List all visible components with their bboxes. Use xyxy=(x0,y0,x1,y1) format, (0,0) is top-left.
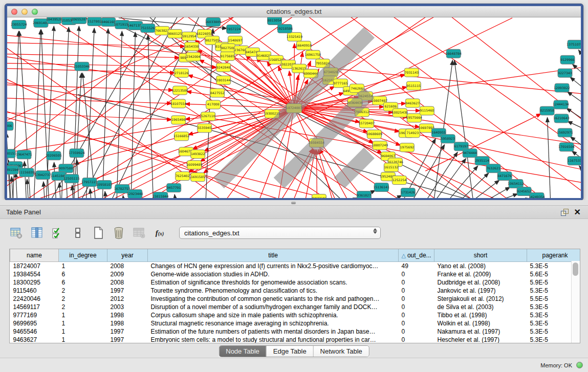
table-vertical-scrollbar[interactable] xyxy=(571,261,580,343)
table-cell[interactable]: Changes of HCN gene expression and I(f) … xyxy=(148,262,399,271)
table-cell[interactable]: 0 xyxy=(399,270,434,278)
table-row[interactable]: 1938455462009Genome-wide association stu… xyxy=(10,270,581,278)
new-table-icon[interactable] xyxy=(91,226,105,240)
table-cell[interactable]: 2008 xyxy=(107,262,148,271)
table-cell[interactable]: Nakamura et al. (1997) xyxy=(434,327,527,336)
table-cell[interactable]: Hescheler et al. (1997) xyxy=(434,336,527,343)
column-header-title[interactable]: title xyxy=(148,249,399,262)
column-header-name[interactable]: name xyxy=(10,249,59,262)
table-row[interactable]: 1830029562008Estimation of significance … xyxy=(10,278,581,287)
table-cell[interactable]: 9115460 xyxy=(10,287,59,295)
column-header-year[interactable]: year xyxy=(107,249,148,262)
table-cell[interactable]: 1997 xyxy=(107,336,148,343)
table-panel-title: Table Panel xyxy=(6,208,41,216)
row-height-icon[interactable] xyxy=(71,226,85,240)
table-row[interactable]: 946362711997Embryonic stem cells: a mode… xyxy=(10,336,581,343)
table-row[interactable]: 911546021997Tourette syndrome. Phenomeno… xyxy=(10,287,581,295)
table-cell[interactable]: Structural magnetic resonance image aver… xyxy=(148,319,399,327)
table-cell[interactable]: Embryonic stem cells: a model to study s… xyxy=(148,336,399,343)
show-columns-icon[interactable] xyxy=(30,226,44,240)
table-cell[interactable]: Investigating the contribution of common… xyxy=(148,295,399,303)
table-cell[interactable]: 22420046 xyxy=(10,295,59,303)
table-cell[interactable]: Stergiakouli et al. (2012) xyxy=(434,295,527,303)
table-cell[interactable]: 9777169 xyxy=(10,311,59,319)
table-cell[interactable]: 2008 xyxy=(107,278,148,287)
network-canvas[interactable]: 1872400776638229860125591295416543389890… xyxy=(7,17,581,198)
delete-icon[interactable] xyxy=(112,226,126,240)
table-cell[interactable]: 2 xyxy=(59,303,107,311)
table-cell[interactable]: 0 xyxy=(399,295,434,303)
table-row[interactable]: 946554611997Estimation of the future num… xyxy=(10,327,581,336)
table-cell[interactable]: 1 xyxy=(59,319,107,327)
table-cell[interactable]: Wolkin et al. (1998) xyxy=(434,319,527,327)
table-row[interactable]: 1872400712008Changes of HCN gene express… xyxy=(10,262,581,271)
table-options-icon[interactable] xyxy=(9,226,24,240)
table-cell[interactable]: 14569117 xyxy=(10,303,59,311)
table-cell[interactable]: 2012 xyxy=(107,295,148,303)
node-table-grid[interactable]: namein_degreeyeartitle△out_de...shortpag… xyxy=(10,249,580,343)
table-cell[interactable]: Genome-wide association studies in ADHD. xyxy=(148,270,399,278)
table-cell[interactable]: 6 xyxy=(59,270,107,278)
table-cell[interactable]: 2 xyxy=(59,287,107,295)
table-cell[interactable]: 1998 xyxy=(107,319,148,327)
column-header-pagerank[interactable]: pagerank xyxy=(527,249,581,262)
table-cell[interactable]: de Silva et al. (2003) xyxy=(434,303,527,311)
table-selector-dropdown[interactable]: citations_edges.txt xyxy=(179,227,381,239)
tab-edge-table[interactable]: Edge Table xyxy=(266,346,313,357)
table-cell[interactable]: 0 xyxy=(399,336,434,343)
table-cell[interactable]: 1 xyxy=(59,336,107,343)
table-row[interactable]: 1456911722003Disruption of a novel membe… xyxy=(10,303,581,311)
table-cell[interactable]: 0 xyxy=(399,327,434,336)
table-panel-titlebar: Table Panel ✕ xyxy=(0,206,588,219)
table-cell[interactable]: 9699695 xyxy=(10,319,59,327)
window-titlebar[interactable]: citations_edges.txt xyxy=(7,6,581,17)
table-cell[interactable]: 0 xyxy=(399,311,434,319)
table-cell[interactable]: 2 xyxy=(59,295,107,303)
table-cell[interactable]: 1997 xyxy=(107,287,148,295)
table-cell[interactable]: 1998 xyxy=(107,311,148,319)
column-header-out_de[interactable]: △out_de... xyxy=(399,249,434,262)
table-cell[interactable]: 2003 xyxy=(107,303,148,311)
table-cell[interactable]: Tourette syndrome. Phenomenology and cla… xyxy=(148,287,399,295)
table-cell[interactable]: 1 xyxy=(59,311,107,319)
scrollbar-thumb[interactable] xyxy=(573,262,578,276)
table-cell[interactable]: Corpus callosum shape and size in male p… xyxy=(148,311,399,319)
table-cell[interactable]: Estimation of the future numbers of pati… xyxy=(148,327,399,336)
table-cell[interactable]: Jankovic et al. (1997) xyxy=(434,287,527,295)
table-cell[interactable]: 1 xyxy=(59,327,107,336)
table-cell[interactable]: 0 xyxy=(399,287,434,295)
table-cell[interactable]: Franke et al. (2009) xyxy=(434,270,527,278)
table-cell[interactable]: 0 xyxy=(399,319,434,327)
table-cell[interactable]: Tibbo et al. (1998) xyxy=(434,311,527,319)
function-builder-icon[interactable]: f(x) xyxy=(153,226,167,240)
table-cell[interactable]: 1997 xyxy=(107,327,148,336)
window-resize-grip[interactable] xyxy=(7,17,581,198)
table-cell[interactable]: 1 xyxy=(59,262,107,271)
memory-ok-indicator[interactable] xyxy=(576,362,583,368)
table-cell[interactable]: 6 xyxy=(59,278,107,287)
table-cell[interactable]: Disruption of a novel member of a sodium… xyxy=(148,303,399,311)
table-cell[interactable]: Yano et al. (2008) xyxy=(434,262,527,271)
table-cell[interactable]: Estimation of significance thresholds fo… xyxy=(148,278,399,287)
tab-network-table[interactable]: Network Table xyxy=(313,346,369,357)
table-cell[interactable]: 0 xyxy=(399,303,434,311)
column-header-in_degree[interactable]: in_degree xyxy=(59,249,107,262)
tab-node-table[interactable]: Node Table xyxy=(219,346,266,357)
panel-divider-grip[interactable] xyxy=(291,202,296,204)
table-cell[interactable]: 9463627 xyxy=(10,336,59,343)
table-cell[interactable]: Dudbridge et al. (2008) xyxy=(434,278,527,287)
table-cell[interactable]: 2009 xyxy=(107,270,148,278)
table-cell[interactable]: 19384554 xyxy=(10,270,59,278)
table-row[interactable]: 2242004622012Investigating the contribut… xyxy=(10,295,581,303)
table-cell[interactable]: 49 xyxy=(399,262,434,271)
select-rows-icon[interactable] xyxy=(50,226,64,240)
table-row[interactable]: 969969511998Structural magnetic resonanc… xyxy=(10,319,581,327)
table-cell[interactable]: 18300295 xyxy=(10,278,59,287)
table-cell[interactable]: 18724007 xyxy=(10,262,59,271)
close-panel-icon[interactable]: ✕ xyxy=(574,209,581,216)
table-row[interactable]: 977716911998Corpus callosum shape and si… xyxy=(10,311,581,319)
table-cell[interactable]: 9465546 xyxy=(10,327,59,336)
table-cell[interactable]: 0 xyxy=(399,278,434,287)
column-header-short[interactable]: short xyxy=(434,249,527,262)
float-panel-icon[interactable] xyxy=(561,209,568,216)
